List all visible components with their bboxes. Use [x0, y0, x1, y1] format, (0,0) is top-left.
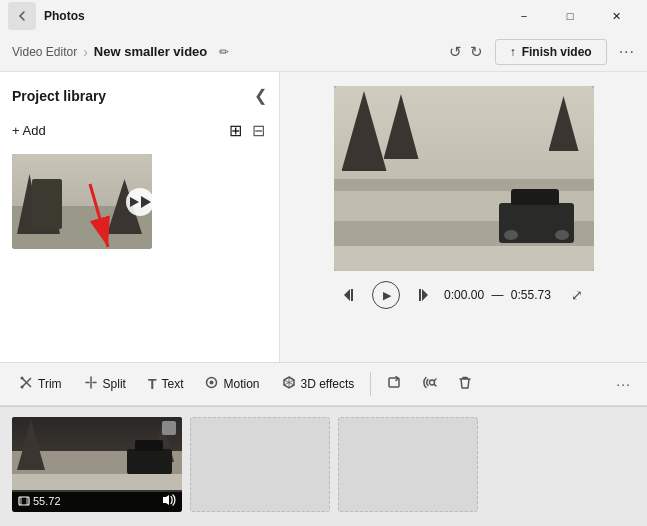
- breadcrumb-separator: ›: [83, 44, 88, 60]
- header-more-button[interactable]: ···: [619, 43, 635, 61]
- motion-icon: [205, 376, 218, 392]
- svg-point-6: [21, 377, 24, 380]
- trim-icon: [20, 376, 33, 392]
- trim-label: Trim: [38, 377, 62, 391]
- maximize-button[interactable]: □: [547, 0, 593, 32]
- rewind-button[interactable]: [338, 283, 362, 307]
- undo-button[interactable]: ↺: [449, 43, 462, 61]
- svg-marker-13: [163, 495, 169, 505]
- app-header: Video Editor › New smaller video ✏ ↺ ↻ ↑…: [0, 32, 647, 72]
- svg-rect-3: [351, 289, 353, 301]
- svg-rect-12: [19, 497, 29, 505]
- close-button[interactable]: ✕: [593, 0, 639, 32]
- effects-icon: [282, 376, 296, 392]
- clip-duration: 55.72: [18, 495, 61, 507]
- breadcrumb-parent[interactable]: Video Editor: [12, 45, 77, 59]
- timeline: 55.72: [0, 406, 647, 526]
- split-label: Split: [103, 377, 126, 391]
- grid-4-view-button[interactable]: ⊞: [227, 119, 244, 142]
- edit-title-icon[interactable]: ✏: [219, 45, 229, 59]
- breadcrumb: Video Editor › New smaller video ✏: [12, 44, 229, 60]
- minimize-button[interactable]: −: [501, 0, 547, 32]
- motion-tool[interactable]: Motion: [195, 371, 269, 397]
- text-icon: T: [148, 376, 157, 392]
- sidebar-toolbar: + Add ⊞ ⊟: [12, 119, 267, 142]
- add-icon: + Add: [12, 123, 46, 138]
- trim-tool[interactable]: Trim: [10, 371, 72, 397]
- clip-thumbnail: [12, 417, 182, 492]
- step-forward-button[interactable]: [410, 283, 434, 307]
- fullscreen-button[interactable]: ⤢: [565, 283, 589, 307]
- audio-tool[interactable]: [413, 371, 447, 397]
- video-preview: [334, 86, 594, 271]
- svg-point-7: [21, 386, 24, 389]
- rotate-icon: [387, 376, 401, 392]
- finish-video-button[interactable]: ↑ Finish video: [495, 39, 607, 65]
- sidebar-title: Project library: [12, 88, 106, 104]
- undo-redo-group: ↺ ↻: [449, 43, 483, 61]
- text-tool[interactable]: T Text: [138, 371, 194, 397]
- view-toggle: ⊞ ⊟: [227, 119, 267, 142]
- timeline-empty-slot-1: [190, 417, 330, 512]
- delete-icon: [459, 376, 471, 392]
- rotate-tool[interactable]: [377, 371, 411, 397]
- audio-icon: [423, 376, 437, 392]
- playback-controls: ▶ 0:00.00 — 0:55.73 ⤢: [338, 281, 589, 309]
- export-icon: ↑: [510, 45, 516, 59]
- sidebar-header: Project library ❮: [12, 86, 267, 105]
- clip-audio-indicator: [162, 494, 176, 508]
- toolbar-more-button[interactable]: ···: [610, 376, 637, 392]
- title-bar: Photos − □ ✕: [0, 0, 647, 32]
- project-library-panel: Project library ❮ + Add ⊞ ⊟: [0, 72, 280, 362]
- 3d-effects-label: 3D effects: [301, 377, 355, 391]
- timeline-clip[interactable]: 55.72: [12, 417, 182, 512]
- svg-marker-4: [422, 289, 428, 301]
- sidebar-collapse-button[interactable]: ❮: [254, 86, 267, 105]
- toolbar-separator: [370, 372, 371, 396]
- title-bar-left: Photos: [8, 2, 85, 30]
- timeline-empty-slot-2: [338, 417, 478, 512]
- thumbnail-play-button[interactable]: [126, 188, 154, 216]
- text-label: Text: [161, 377, 183, 391]
- split-icon: [84, 376, 98, 392]
- video-scene: [334, 86, 594, 271]
- content-wrapper: Project library ❮ + Add ⊞ ⊟: [0, 72, 647, 526]
- add-media-button[interactable]: + Add: [12, 123, 46, 138]
- motion-label: Motion: [223, 377, 259, 391]
- clip-selection-indicator: [162, 421, 176, 435]
- header-actions: ↺ ↻ ↑ Finish video ···: [449, 39, 635, 65]
- back-button[interactable]: [8, 2, 36, 30]
- svg-marker-2: [344, 289, 350, 301]
- redo-button[interactable]: ↻: [470, 43, 483, 61]
- delete-tool[interactable]: [449, 371, 481, 397]
- clip-footer: 55.72: [12, 490, 182, 512]
- media-thumbnail-wrapper: [12, 154, 267, 249]
- svg-point-11: [430, 380, 435, 385]
- breadcrumb-current: New smaller video: [94, 44, 207, 59]
- current-time: 0:00.00 — 0:55.73: [444, 288, 551, 302]
- split-tool[interactable]: Split: [74, 371, 136, 397]
- svg-rect-5: [419, 289, 421, 301]
- grid-6-view-button[interactable]: ⊟: [250, 119, 267, 142]
- edit-toolbar: Trim Split T Text Motion: [0, 362, 647, 406]
- middle-section: Project library ❮ + Add ⊞ ⊟: [0, 72, 647, 362]
- window-controls: − □ ✕: [501, 0, 639, 32]
- svg-point-9: [210, 381, 214, 385]
- play-button[interactable]: ▶: [372, 281, 400, 309]
- 3d-effects-tool[interactable]: 3D effects: [272, 371, 365, 397]
- preview-area: ▶ 0:00.00 — 0:55.73 ⤢: [280, 72, 647, 362]
- app-title: Photos: [44, 9, 85, 23]
